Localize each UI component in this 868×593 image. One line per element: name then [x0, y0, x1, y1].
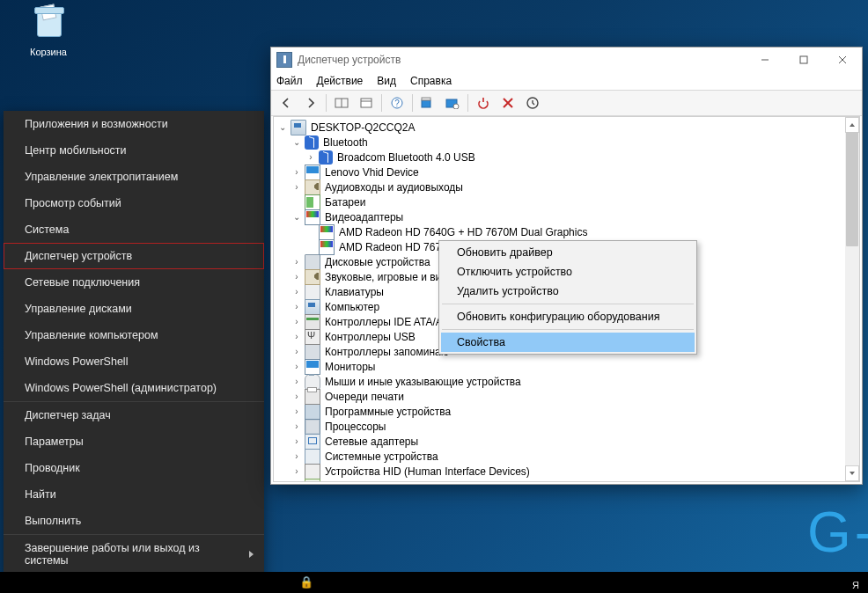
tree-toggle[interactable]: ›: [291, 165, 302, 179]
tree-node[interactable]: ›Сетевые адаптеры: [277, 435, 845, 449]
context-item[interactable]: Обновить конфигурацию оборудования: [441, 307, 695, 326]
forward-button[interactable]: [299, 92, 322, 113]
show-hidden-button[interactable]: [330, 92, 353, 113]
pc-icon: [305, 299, 320, 315]
tree-toggle[interactable]: ›: [291, 435, 302, 449]
menu-item[interactable]: Действие: [317, 75, 364, 87]
tree-toggle[interactable]: ›: [291, 345, 302, 359]
tree-node[interactable]: ⌄Видеоадаптеры: [277, 210, 845, 224]
app-icon: [276, 52, 292, 68]
menu-item[interactable]: Файл: [276, 75, 303, 87]
scroll-down-button[interactable]: [845, 465, 859, 481]
winx-item[interactable]: Управление компьютером: [4, 322, 264, 348]
tree-toggle[interactable]: ›: [291, 375, 302, 389]
tree-node[interactable]: ›Мыши и иные указывающие устройства: [277, 375, 845, 389]
winx-item[interactable]: Windows PowerShell: [4, 348, 264, 375]
back-button[interactable]: [275, 92, 298, 113]
winx-item[interactable]: Найти: [4, 481, 264, 508]
scroll-up-button[interactable]: [845, 117, 859, 133]
tree-toggle[interactable]: ›: [291, 420, 302, 434]
winx-item[interactable]: Система: [4, 216, 264, 243]
maximize-button[interactable]: [784, 48, 823, 72]
tree-toggle[interactable]: ›: [291, 465, 302, 479]
context-item[interactable]: Отключить устройство: [441, 262, 695, 282]
winx-item[interactable]: Выполнить: [4, 508, 264, 534]
context-item[interactable]: Свойства: [441, 333, 695, 352]
tree-node[interactable]: ›Аудиовходы и аудиовыходы: [277, 180, 845, 194]
winx-item[interactable]: Завершение работы или выход из системы: [4, 535, 264, 574]
vertical-scrollbar[interactable]: [845, 117, 859, 481]
menu-item[interactable]: Вид: [377, 75, 396, 87]
tree-label: Клавиатуры: [323, 285, 386, 299]
scan-hardware-button[interactable]: [441, 92, 464, 113]
tree-label: Процессоры: [323, 420, 388, 434]
tree-node[interactable]: ›Устройства обработки изображений: [277, 480, 845, 481]
tree-toggle[interactable]: ⌄: [291, 135, 302, 150]
tree-label: DESKTOP-Q2CCQ2A: [309, 121, 416, 135]
properties-button[interactable]: [355, 92, 378, 113]
tree-toggle[interactable]: ›: [291, 480, 302, 481]
enable-device-button[interactable]: [521, 92, 544, 113]
tree-node[interactable]: ⌄DESKTOP-Q2CCQ2A: [277, 121, 845, 135]
winx-item[interactable]: Центр мобильности: [4, 137, 264, 164]
tree-toggle[interactable]: ›: [291, 255, 302, 269]
winx-item[interactable]: Проводник: [4, 455, 264, 481]
uninstall-device-button[interactable]: [497, 92, 519, 113]
winx-item[interactable]: Диспетчер задач: [4, 402, 264, 428]
tree-node[interactable]: ›Программные устройства: [277, 405, 845, 419]
titlebar[interactable]: Диспетчер устройств: [271, 48, 862, 72]
taskbar[interactable]: 🔒 Я: [0, 572, 868, 593]
winx-item[interactable]: Управление электропитанием: [4, 164, 264, 190]
chip-icon: [305, 404, 320, 420]
tree-node[interactable]: Батареи: [277, 195, 845, 209]
img-icon: [305, 479, 320, 481]
tree-toggle[interactable]: ›: [291, 285, 302, 299]
tree-toggle[interactable]: ›: [291, 330, 302, 344]
tree-node[interactable]: ›Очереди печати: [277, 390, 845, 404]
tree-toggle[interactable]: ›: [291, 315, 302, 329]
tree-node[interactable]: ›Lenovo Vhid Device: [277, 165, 845, 179]
tree-node[interactable]: AMD Radeon HD 7640G + HD 7670M Dual Grap…: [277, 225, 845, 239]
context-item[interactable]: Обновить драйвер: [441, 243, 695, 262]
help-button[interactable]: ?: [386, 92, 408, 113]
disable-device-button[interactable]: [472, 92, 495, 113]
winx-item[interactable]: Windows PowerShell (администратор): [4, 375, 264, 401]
menubar[interactable]: ФайлДействиеВидСправка: [271, 72, 862, 90]
winx-item[interactable]: Приложения и возможности: [4, 111, 264, 137]
tree-toggle[interactable]: ⌄: [291, 210, 302, 224]
tree-node[interactable]: ›Мониторы: [277, 360, 845, 374]
context-item[interactable]: Удалить устройство: [441, 282, 695, 301]
menu-item[interactable]: Справка: [410, 75, 452, 87]
tree-toggle[interactable]: ›: [291, 270, 302, 284]
taskbar-tray[interactable]: Я: [852, 580, 859, 590]
recycle-bin[interactable]: Корзина: [12, 5, 85, 57]
minimize-button[interactable]: [746, 48, 784, 72]
toolbar[interactable]: ?: [271, 90, 862, 116]
device-context-menu[interactable]: Обновить драйверОтключить устройствоУдал…: [438, 240, 697, 355]
taskbar-pinned-icon[interactable]: 🔒: [299, 572, 313, 593]
tree-toggle[interactable]: ›: [291, 450, 302, 464]
tree-node[interactable]: ›Системные устройства: [277, 450, 845, 464]
winx-menu[interactable]: Приложения и возможностиЦентр мобильност…: [4, 111, 264, 593]
winx-item[interactable]: Просмотр событий: [4, 190, 264, 216]
tree-node[interactable]: ⌄Bluetooth: [277, 135, 845, 150]
tree-node[interactable]: ›Процессоры: [277, 420, 845, 434]
tree-toggle[interactable]: ›: [291, 180, 302, 194]
update-driver-button[interactable]: [416, 92, 439, 113]
winx-item[interactable]: Параметры: [4, 428, 264, 455]
scroll-thumb[interactable]: [846, 132, 858, 246]
tree-toggle[interactable]: ›: [291, 390, 302, 404]
tree-toggle[interactable]: ›: [291, 300, 302, 314]
sys-icon: [305, 449, 320, 465]
close-button[interactable]: [823, 48, 862, 72]
tree-node[interactable]: ›Broadcom Bluetooth 4.0 USB: [277, 150, 845, 165]
tree-toggle[interactable]: ›: [305, 150, 316, 165]
tree-toggle[interactable]: ›: [291, 360, 302, 374]
tree-toggle[interactable]: ›: [291, 405, 302, 419]
tree-toggle[interactable]: ⌄: [277, 121, 288, 135]
storage-icon: [305, 344, 320, 360]
winx-item[interactable]: Управление дисками: [4, 296, 264, 322]
tree-node[interactable]: ›Устройства HID (Human Interface Devices…: [277, 465, 845, 479]
winx-item[interactable]: Сетевые подключения: [4, 269, 264, 296]
winx-item[interactable]: Диспетчер устройств: [4, 243, 264, 269]
